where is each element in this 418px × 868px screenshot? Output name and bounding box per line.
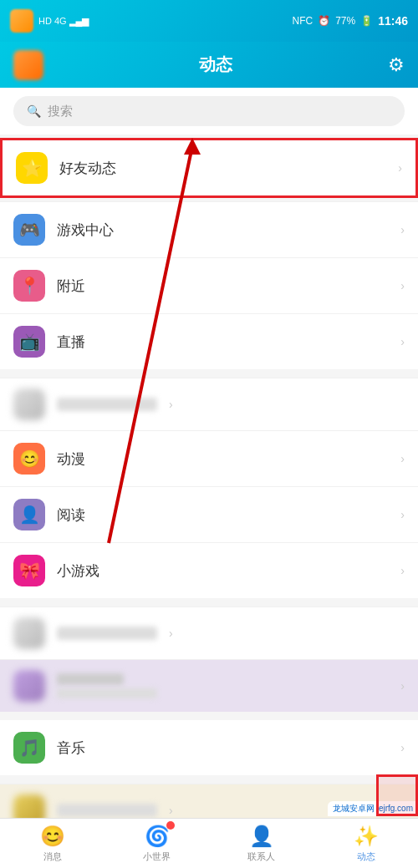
- chevron-icon: ›: [400, 508, 405, 521]
- chevron-icon: ›: [169, 804, 173, 817]
- signal-bars: ▂▄▆: [69, 16, 89, 27]
- dynamic-label: 动态: [357, 850, 375, 863]
- game-center-icon: 🎮: [13, 214, 45, 246]
- separator-1: [0, 369, 418, 378]
- chevron-icon: ›: [400, 279, 405, 292]
- reading-icon: 👤: [13, 499, 45, 530]
- nav-contacts[interactable]: 👤 联系人: [209, 825, 314, 863]
- live-icon: 📺: [13, 326, 45, 358]
- signal-text: HD: [38, 16, 52, 26]
- mini-games-label: 小游戏: [57, 561, 389, 581]
- world-badge: [166, 821, 175, 830]
- battery-level: 77%: [335, 15, 355, 27]
- header: 动态 ⚙: [0, 42, 418, 88]
- separator-2: [0, 598, 418, 607]
- chevron-icon: ›: [169, 627, 173, 640]
- blurred-text-2: [57, 627, 157, 640]
- search-placeholder: 搜索: [48, 104, 73, 119]
- bottom-nav: 😊 消息 🌀 小世界 👤 联系人 ✨ 动态: [0, 818, 418, 868]
- settings-icon[interactable]: ⚙: [388, 54, 405, 76]
- search-bar[interactable]: 🔍 搜索: [13, 96, 405, 126]
- live-label: 直播: [57, 332, 389, 352]
- chevron-icon: ›: [169, 398, 173, 411]
- menu-section-2: 😊 动漫 › 👤 阅读 › 🎀 小游戏 ›: [0, 430, 418, 598]
- nearby-label: 附近: [57, 277, 389, 296]
- menu-section-1: 🎮 游戏中心 › 📍 附近 › 📺 直播 ›: [0, 201, 418, 369]
- friends-feed-icon: ⭐: [16, 152, 48, 184]
- status-right: NFC ⏰ 77% 🔋 11:46: [292, 14, 408, 28]
- status-left: HD 4G ▂▄▆: [10, 9, 89, 33]
- dynamic-icon: ✨: [354, 825, 379, 848]
- chevron-icon: ›: [400, 452, 405, 465]
- battery-icon: 🔋: [360, 15, 373, 27]
- nearby-item[interactable]: 📍 附近 ›: [0, 257, 418, 313]
- game-center-label: 游戏中心: [57, 221, 389, 240]
- world-label: 小世界: [143, 850, 171, 863]
- live-item[interactable]: 📺 直播 ›: [0, 313, 418, 369]
- music-item[interactable]: 🎵 音乐 ›: [0, 720, 418, 775]
- status-bar: HD 4G ▂▄▆ NFC ⏰ 77% 🔋 11:46: [0, 0, 418, 42]
- search-icon: 🔍: [27, 104, 41, 118]
- nav-messages[interactable]: 😊 消息: [0, 825, 104, 863]
- contacts-icon: 👤: [249, 825, 274, 848]
- mini-games-icon: 🎀: [13, 555, 45, 586]
- content-area: 🔍 搜索 ⭐ 好友动态 › 🎮 游戏中心 › 📍 附近 › 📺: [0, 88, 418, 818]
- game-center-item[interactable]: 🎮 游戏中心 ›: [0, 201, 418, 257]
- world-icon: 🌀: [145, 825, 170, 848]
- chevron-icon: ›: [400, 741, 405, 754]
- nfc-icon: NFC: [292, 15, 313, 27]
- mini-games-item[interactable]: 🎀 小游戏 ›: [0, 542, 418, 598]
- header-avatar[interactable]: [13, 50, 43, 80]
- blurred-avatar-4: [13, 794, 45, 818]
- anime-label: 动漫: [57, 449, 389, 469]
- page-title: 动态: [199, 53, 232, 76]
- status-avatar: [10, 9, 33, 33]
- friends-feed-item[interactable]: ⭐ 好友动态 ›: [0, 138, 418, 198]
- signal-icons: HD 4G ▂▄▆: [38, 16, 89, 27]
- chevron-icon: ›: [400, 335, 405, 348]
- time-display: 11:46: [378, 14, 408, 28]
- blurred-item-3[interactable]: ›: [0, 659, 418, 712]
- blurred-item-2[interactable]: ›: [0, 607, 418, 659]
- blurred-text-area-3: [57, 673, 389, 698]
- blurred-item-1[interactable]: ›: [0, 378, 418, 430]
- nearby-icon: 📍: [13, 270, 45, 302]
- blurred-text-4: [57, 804, 157, 817]
- reading-item[interactable]: 👤 阅读 ›: [0, 486, 418, 542]
- music-icon: 🎵: [13, 732, 45, 764]
- highlight-box-bottom-right: [376, 774, 418, 816]
- chevron-icon: ›: [398, 161, 402, 175]
- chevron-icon: ›: [400, 679, 405, 693]
- messages-icon: 😊: [40, 825, 65, 848]
- chevron-icon: ›: [400, 564, 405, 577]
- nav-world[interactable]: 🌀 小世界: [104, 825, 209, 863]
- blurred-text-1: [57, 398, 157, 411]
- separator-3: [0, 712, 418, 720]
- friends-feed-label: 好友动态: [59, 159, 386, 178]
- blurred-avatar-3: [13, 670, 45, 702]
- anime-icon: 😊: [13, 443, 45, 475]
- separator-4: [0, 775, 418, 784]
- blurred-avatar-1: [13, 388, 45, 420]
- signal-4g: 4G: [54, 16, 67, 26]
- chevron-icon: ›: [400, 223, 405, 236]
- messages-label: 消息: [43, 850, 62, 863]
- reading-label: 阅读: [57, 505, 389, 525]
- alarm-icon: ⏰: [318, 15, 330, 27]
- music-label: 音乐: [57, 739, 389, 758]
- nav-dynamic[interactable]: ✨ 动态: [314, 825, 418, 863]
- blurred-avatar-2: [13, 617, 45, 649]
- menu-section-3: 🎵 音乐 ›: [0, 720, 418, 775]
- anime-item[interactable]: 😊 动漫 ›: [0, 430, 418, 486]
- search-container: 🔍 搜索: [0, 88, 418, 135]
- contacts-label: 联系人: [247, 850, 275, 863]
